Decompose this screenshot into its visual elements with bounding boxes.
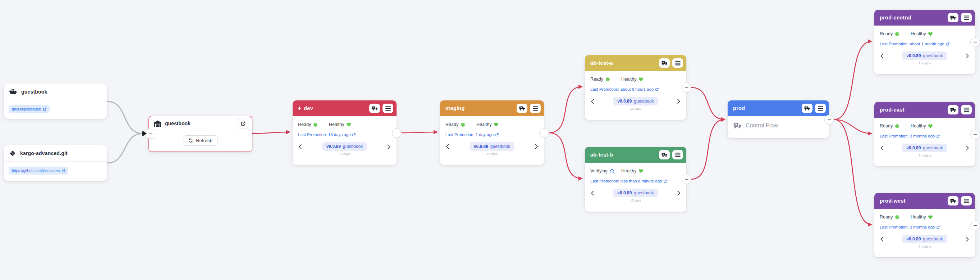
freight-next-button[interactable] (965, 53, 970, 59)
freight-version-pill[interactable]: v0.0.89guestbook (613, 97, 658, 106)
repo-card-kargo-advanced.git[interactable]: kargo-advanced.git https://github.com/je… (3, 145, 107, 181)
healthy-heart-icon (347, 123, 351, 127)
freight-next-button[interactable] (534, 144, 539, 150)
stage-menu-button[interactable] (961, 13, 972, 22)
freight-next-button[interactable] (965, 236, 970, 242)
freight-timeline-button[interactable] (659, 58, 670, 68)
last-promotion-link[interactable]: Last Promotion: 13 days ago (298, 133, 356, 137)
freight-timeline-button[interactable] (948, 105, 958, 114)
freight-version-pill[interactable]: v0.0.89guestbook (469, 142, 514, 151)
stage-menu-button[interactable] (672, 58, 683, 68)
stage-menu-button[interactable] (961, 196, 972, 205)
stage-card-dev[interactable]: dev Ready Healthy Last Promotion: 13 day… (293, 101, 396, 165)
stage-card-staging[interactable]: staging Ready Healthy Last Promotion: 1 … (440, 101, 544, 165)
stage-card-prod[interactable]: prod Control Flow (728, 101, 829, 138)
freight-prev-button[interactable] (590, 190, 595, 196)
stage-collapse-button-ab-test-b[interactable] (682, 174, 691, 184)
freight-prev-button[interactable] (880, 145, 884, 151)
stage-phase-label: Ready (298, 122, 311, 127)
freight-version-pill[interactable]: v0.0.89guestbook (902, 144, 947, 152)
lightning-icon (298, 106, 301, 111)
stage-collapse-button-prod-central[interactable] (970, 37, 980, 47)
freight-timeline-button[interactable] (948, 196, 958, 205)
freight-timeline-button[interactable] (517, 104, 527, 113)
stage-card-ab-test-a[interactable]: ab-test-a Ready Healthy Last Promotion: … (585, 55, 686, 120)
stage-menu-button[interactable] (815, 104, 826, 113)
minus-icon (827, 120, 831, 120)
freight-version-pill[interactable]: v0.0.89guestbook (902, 235, 947, 243)
stage-collapse-button-dev[interactable] (392, 128, 402, 138)
ready-dot-icon (461, 123, 465, 127)
warehouse-collapse-button[interactable] (146, 129, 155, 139)
freight-prev-button[interactable] (298, 144, 302, 150)
last-promotion-link[interactable]: Last Promotion: 3 months ago (880, 225, 940, 229)
warehouse-card[interactable]: guestbook Refresh (148, 116, 252, 152)
freight-next-button[interactable] (676, 98, 681, 104)
stage-card-ab-test-b[interactable]: ab-test-b Verifying Healthy Last Promoti… (585, 147, 686, 212)
repo-link[interactable]: ghcr.io/jessesuen (9, 105, 49, 113)
chevron-right-icon (966, 146, 969, 150)
last-promotion-link[interactable]: Last Promotion: less than a minute ago (590, 179, 667, 183)
external-link-icon (62, 169, 65, 173)
last-promotion-label: Last Promotion: about 1 month ago (880, 42, 944, 46)
stage-body: Ready Healthy Last Promotion: 3 months a… (874, 209, 975, 248)
freight-prev-button[interactable] (590, 98, 595, 104)
stage-status-row: Ready Healthy (880, 214, 970, 219)
stage-health-label: Healthy (621, 168, 636, 173)
stage-collapse-button-prod-east[interactable] (970, 130, 980, 139)
stage-header: prod-east (874, 102, 975, 118)
stage-collapse-button-ab-test-a[interactable] (682, 83, 691, 93)
last-promotion-link[interactable]: Last Promotion: 1 day ago (445, 133, 499, 137)
freight-version-pill[interactable]: v0.0.89guestbook (322, 142, 367, 151)
stage-menu-button[interactable] (382, 104, 393, 113)
freight-prev-button[interactable] (880, 236, 884, 242)
freight-version: v0.0.89 (474, 144, 488, 149)
last-promotion-label: Last Promotion: 1 day ago (445, 133, 493, 137)
freight-prev-button[interactable] (445, 144, 450, 150)
stage-collapse-button-staging[interactable] (539, 128, 549, 138)
stage-menu-button[interactable] (961, 105, 972, 114)
minus-icon (542, 133, 546, 133)
stage-name: prod-central (880, 15, 912, 21)
healthy-heart-icon (639, 169, 643, 173)
external-link-icon (495, 133, 499, 136)
freight-timeline-button[interactable] (659, 150, 670, 160)
stage-collapse-button-prod-west[interactable] (970, 221, 980, 230)
stage-phase-label: Ready (880, 214, 892, 219)
stage-header: ab-test-b (585, 147, 686, 163)
freight-timeline-button[interactable] (948, 13, 958, 22)
healthy-heart-icon (928, 215, 932, 219)
last-promotion-link[interactable]: Last Promotion: 3 months ago (880, 134, 940, 138)
stage-card-prod-central[interactable]: prod-central Ready Healthy Last Promotio… (874, 10, 975, 74)
warehouse-open-button[interactable] (238, 118, 248, 129)
freight-next-button[interactable] (965, 145, 970, 151)
freight-version-pill[interactable]: v0.0.89guestbook (613, 189, 658, 197)
stage-card-prod-east[interactable]: prod-east Ready Healthy Last Promotion: … (874, 102, 975, 166)
freight-timeline-button[interactable] (802, 104, 813, 113)
stage-collapse-button-prod[interactable] (824, 115, 834, 125)
refresh-button[interactable]: Refresh (183, 135, 218, 146)
stage-health: Healthy (911, 31, 932, 36)
freight-next-button[interactable] (676, 190, 681, 196)
last-promotion-link[interactable]: Last Promotion: about 9 hours ago (590, 87, 659, 91)
pipeline-edge (107, 133, 143, 163)
chevron-left-icon (591, 99, 594, 104)
freight-timeline-button[interactable] (369, 104, 380, 113)
stage-menu-button[interactable] (530, 104, 541, 113)
menu-bars-icon (675, 153, 681, 157)
stage-card-prod-west[interactable]: prod-west Ready Healthy Last Promotion: … (874, 193, 975, 257)
freight-next-button[interactable] (387, 144, 391, 150)
freight-prev-button[interactable] (880, 53, 884, 59)
stage-menu-button[interactable] (672, 150, 683, 160)
freight-row: v0.0.89guestbook (880, 51, 970, 60)
freight-truck-icon (950, 107, 956, 112)
minus-icon (974, 42, 977, 43)
last-promotion-link[interactable]: Last Promotion: about 1 month ago (880, 42, 950, 46)
repo-card-header: kargo-advanced.git (3, 145, 107, 162)
repo-link[interactable]: https://github.com/jessesuen (9, 166, 68, 174)
healthy-heart-icon (928, 124, 932, 128)
chevron-left-icon (591, 191, 594, 195)
repo-name: guestbook (21, 89, 48, 94)
repo-card-guestbook[interactable]: guestbook ghcr.io/jessesuen (3, 83, 107, 119)
freight-version-pill[interactable]: v0.0.89guestbook (902, 51, 947, 60)
